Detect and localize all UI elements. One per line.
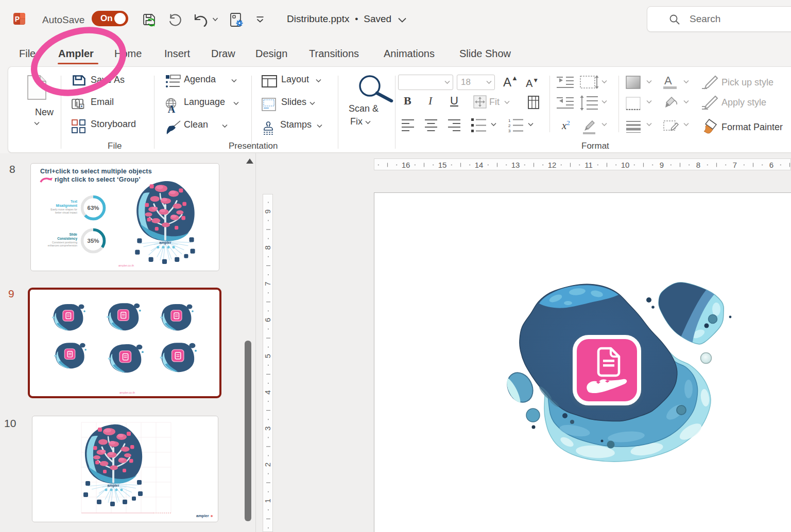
svg-text:5: 5 [263,354,272,358]
svg-text:2: 2 [263,463,272,467]
svg-text:3: 3 [508,129,511,133]
svg-text:7: 7 [733,161,737,169]
svg-text:3: 3 [263,427,272,431]
svg-text:11: 11 [584,161,593,169]
svg-text:2: 2 [508,123,511,128]
svg-text:7: 7 [263,281,272,286]
svg-text:63%: 63% [87,205,99,211]
svg-text:1: 1 [263,499,272,503]
svg-text:8: 8 [696,161,700,169]
svg-text:8: 8 [263,245,272,250]
svg-text:6: 6 [769,161,773,169]
svg-text:10: 10 [621,161,630,169]
svg-text:A: A [168,103,176,113]
svg-text:9: 9 [263,209,272,214]
svg-text:13: 13 [511,161,520,169]
svg-text:35%: 35% [87,238,99,244]
svg-text:6: 6 [263,318,272,322]
svg-text:14: 14 [475,161,484,169]
svg-text:15: 15 [438,161,447,169]
svg-text:9: 9 [660,161,664,169]
svg-text:4: 4 [263,390,272,394]
svg-text:12: 12 [548,161,557,169]
svg-text:P: P [15,15,20,23]
svg-text:ampler: ampler [196,513,209,518]
svg-text:1: 1 [508,118,511,123]
svg-text:16: 16 [402,161,410,169]
